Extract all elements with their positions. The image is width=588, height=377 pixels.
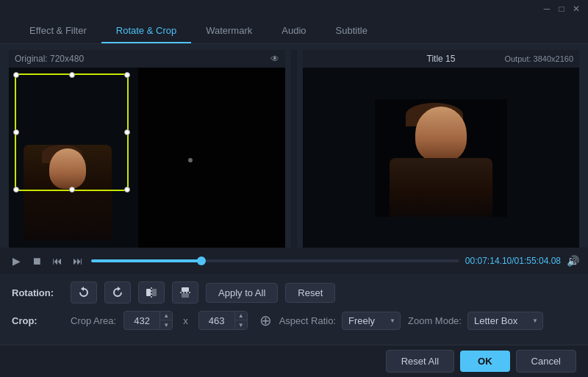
reset-all-button[interactable]: Reset All bbox=[386, 350, 454, 373]
crop-handle-tl[interactable] bbox=[13, 72, 19, 78]
right-panel-header: Title 15 Output: 3840x2160 bbox=[303, 50, 579, 68]
original-resolution-label: Original: 720x480 bbox=[15, 54, 84, 64]
crop-width-down[interactable]: ▼ bbox=[160, 320, 172, 329]
crop-handle-tr[interactable] bbox=[124, 72, 130, 78]
zoom-mode-label: Zoom Mode: bbox=[408, 315, 462, 326]
rotate-right-icon bbox=[111, 286, 124, 299]
video-area: Original: 720x480 👁 bbox=[0, 44, 588, 248]
right-video-scene bbox=[303, 68, 579, 248]
progress-track[interactable] bbox=[91, 259, 459, 262]
rotate-left-90-button[interactable] bbox=[71, 281, 97, 304]
aspect-ratio-group: Aspect Ratio: Freely 16:9 4:3 1:1 9:16 bbox=[279, 312, 401, 330]
tab-effect-filter[interactable]: Effect & Filter bbox=[15, 19, 101, 43]
crop-handle-br[interactable] bbox=[124, 187, 130, 193]
crop-handle-ml[interactable] bbox=[13, 129, 19, 135]
crop-width-spinners: ▲ ▼ bbox=[159, 312, 172, 329]
crop-area-label: Crop Area: bbox=[71, 315, 116, 326]
next-frame-button[interactable]: ⏭ bbox=[71, 254, 85, 268]
progress-thumb[interactable] bbox=[197, 256, 206, 265]
right-panel: Title 15 Output: 3840x2160 bbox=[303, 50, 579, 248]
output-resolution-label: Output: 3840x2160 bbox=[504, 54, 573, 63]
rotation-label: Rotation: bbox=[12, 287, 63, 298]
close-button[interactable]: ✕ bbox=[570, 3, 582, 15]
left-video-scene bbox=[9, 68, 285, 248]
stop-button[interactable]: ⏹ bbox=[29, 254, 44, 268]
prev-frame-button[interactable]: ⏮ bbox=[50, 254, 65, 268]
zoom-mode-select[interactable]: Letter Box Pan & Scan Full bbox=[467, 312, 543, 330]
crop-label: Crop: bbox=[12, 315, 63, 326]
left-panel-header: Original: 720x480 👁 bbox=[9, 50, 285, 68]
aspect-ratio-wrapper: Freely 16:9 4:3 1:1 9:16 bbox=[342, 312, 401, 330]
controls-section: Rotation: bbox=[0, 274, 588, 345]
crop-height-spinners: ▲ ▼ bbox=[234, 312, 247, 329]
crop-height-up[interactable]: ▲ bbox=[235, 312, 247, 320]
panel-separator bbox=[291, 50, 297, 248]
eye-icon[interactable]: 👁 bbox=[270, 54, 279, 64]
rotate-right-90-button[interactable] bbox=[104, 281, 131, 304]
cancel-button[interactable]: Cancel bbox=[516, 350, 576, 373]
aspect-ratio-select[interactable]: Freely 16:9 4:3 1:1 9:16 bbox=[342, 312, 401, 330]
tab-bar: Effect & Filter Rotate & Crop Watermark … bbox=[0, 18, 588, 44]
crop-height-group: ▲ ▼ bbox=[198, 311, 248, 330]
svg-rect-4 bbox=[182, 293, 189, 298]
zoom-mode-wrapper: Letter Box Pan & Scan Full bbox=[467, 312, 543, 330]
crop-width-up[interactable]: ▲ bbox=[160, 312, 172, 320]
crop-height-input[interactable] bbox=[199, 312, 234, 329]
time-total: 01:55:04.08 bbox=[514, 256, 561, 266]
volume-icon[interactable]: 🔊 bbox=[567, 255, 579, 267]
tab-watermark[interactable]: Watermark bbox=[191, 19, 267, 43]
right-panel-header-wrap: Title 15 Output: 3840x2160 bbox=[309, 54, 573, 64]
crop-handle-mr[interactable] bbox=[124, 129, 130, 135]
crosshair-icon[interactable]: ⊕ bbox=[259, 312, 272, 329]
crop-width-input[interactable] bbox=[124, 312, 159, 329]
play-button[interactable]: ▶ bbox=[9, 254, 24, 268]
light-spot bbox=[188, 158, 193, 162]
tab-audio[interactable]: Audio bbox=[267, 19, 320, 43]
right-head bbox=[415, 107, 467, 162]
time-display: 00:07:14.10/01:55:04.08 bbox=[465, 256, 561, 266]
crop-x-separator: x bbox=[180, 315, 191, 326]
playback-bar: ▶ ⏹ ⏮ ⏭ 00:07:14.10/01:55:04.08 🔊 bbox=[0, 248, 588, 274]
tab-rotate-crop[interactable]: Rotate & Crop bbox=[101, 19, 191, 43]
progress-fill bbox=[91, 259, 201, 262]
flip-horizontal-icon bbox=[145, 286, 158, 299]
crop-handle-tm[interactable] bbox=[69, 72, 75, 78]
maximize-button[interactable]: □ bbox=[556, 3, 567, 15]
apply-to-all-button[interactable]: Apply to All bbox=[206, 283, 278, 303]
flip-vertical-icon bbox=[179, 286, 192, 299]
crop-box[interactable] bbox=[15, 73, 129, 191]
zoom-mode-group: Zoom Mode: Letter Box Pan & Scan Full bbox=[408, 312, 543, 330]
svg-rect-3 bbox=[182, 287, 189, 292]
aspect-ratio-label: Aspect Ratio: bbox=[279, 315, 336, 326]
ok-button[interactable]: OK bbox=[460, 351, 510, 372]
crop-width-group: ▲ ▼ bbox=[123, 311, 173, 330]
flip-vertical-button[interactable] bbox=[172, 281, 198, 304]
dark-overlay bbox=[138, 68, 285, 248]
right-video-container bbox=[303, 68, 579, 248]
title-label: Title 15 bbox=[427, 54, 456, 64]
left-video-container bbox=[9, 68, 285, 248]
title-bar: ─ □ ✕ bbox=[0, 0, 588, 18]
minimize-button[interactable]: ─ bbox=[541, 3, 553, 15]
rotation-row: Rotation: bbox=[12, 281, 576, 304]
crop-handle-bm[interactable] bbox=[69, 187, 75, 193]
time-current: 00:07:14.10 bbox=[465, 256, 512, 266]
left-panel: Original: 720x480 👁 bbox=[9, 50, 285, 248]
rotate-left-icon bbox=[77, 286, 90, 299]
main-area: Original: 720x480 👁 bbox=[0, 44, 588, 377]
crop-handle-bl[interactable] bbox=[13, 187, 19, 193]
right-body bbox=[390, 158, 492, 217]
crop-height-down[interactable]: ▼ bbox=[235, 320, 247, 329]
svg-rect-1 bbox=[152, 289, 157, 296]
crop-row: Crop: Crop Area: ▲ ▼ x ▲ ▼ ⊕ bbox=[12, 311, 576, 330]
tab-subtitle[interactable]: Subtitle bbox=[321, 19, 382, 43]
reset-rotation-button[interactable]: Reset bbox=[285, 283, 335, 303]
flip-horizontal-button[interactable] bbox=[138, 281, 165, 304]
svg-rect-0 bbox=[146, 289, 151, 296]
bottom-bar: Reset All OK Cancel bbox=[0, 345, 588, 377]
right-person-figure bbox=[375, 99, 507, 217]
